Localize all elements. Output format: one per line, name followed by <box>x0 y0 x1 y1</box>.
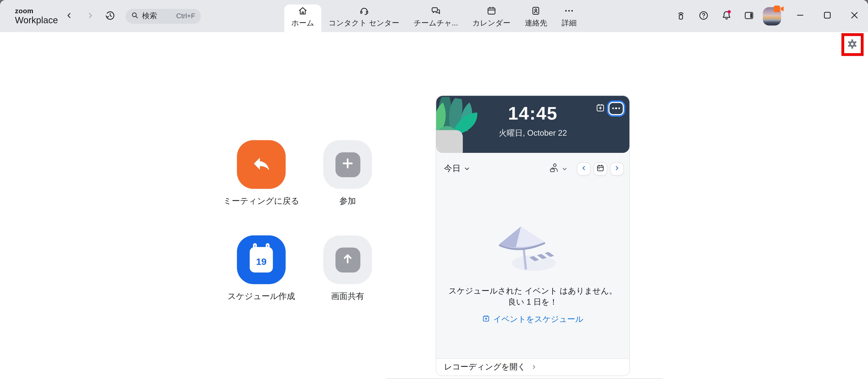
schedule-button[interactable]: 19 スケジュール作成 <box>237 235 285 302</box>
join-tile[interactable] <box>323 140 372 189</box>
tab-contact-center[interactable]: コンタクト センター <box>321 0 407 32</box>
main-tabs: ホーム コンタクト センター チームチャ... カレンダー 連絡先 詳細 <box>284 0 584 32</box>
calendar-plus-icon <box>482 314 490 324</box>
search-shortcut: Ctrl+F <box>176 12 195 20</box>
schedule-panel: 14:45 火曜日, October 22 今日 <box>436 95 630 376</box>
calendar-today-icon <box>596 164 604 174</box>
beach-umbrella-illustration <box>491 222 575 275</box>
return-to-meeting-label: ミーティングに戻る <box>223 196 299 207</box>
search-input[interactable]: 検索 Ctrl+F <box>125 8 200 24</box>
tab-team-chat[interactable]: チームチャ... <box>406 0 465 32</box>
join-label: 参加 <box>339 196 356 207</box>
history-button[interactable] <box>103 9 117 23</box>
open-recordings-label: レコーディングを開く <box>444 361 526 372</box>
headset-icon <box>359 5 369 16</box>
search-placeholder: 検索 <box>142 11 157 21</box>
connect-device-button[interactable] <box>673 8 688 24</box>
close-icon <box>850 11 858 21</box>
zoom-workplace-logo: zoom Workplace <box>15 8 58 24</box>
chevron-down-icon <box>464 164 470 173</box>
settings-button[interactable] <box>846 38 858 51</box>
close-button[interactable] <box>846 8 862 24</box>
share-inner-box <box>335 247 360 272</box>
previous-day-button[interactable] <box>577 162 591 175</box>
share-screen-label: 画面共有 <box>331 291 364 302</box>
date-range-dropdown[interactable]: 今日 <box>444 163 470 174</box>
bell-icon <box>720 9 732 23</box>
tab-more-label: 詳細 <box>562 18 577 28</box>
annotation-red-box <box>841 33 863 56</box>
view-mode-dropdown[interactable] <box>549 162 567 175</box>
clock-more-button[interactable] <box>608 101 624 115</box>
minimize-icon <box>796 11 803 21</box>
chat-bubbles-icon <box>431 5 441 16</box>
chevron-down-icon <box>562 164 567 174</box>
reply-arrow-icon <box>251 153 272 176</box>
gear-icon <box>846 38 858 51</box>
return-to-meeting-button[interactable]: ミーティングに戻る <box>237 140 285 207</box>
tab-home-label: ホーム <box>291 18 314 28</box>
next-day-button[interactable] <box>610 162 624 175</box>
clock-date: 火曜日, October 22 <box>436 128 629 138</box>
plus-icon <box>341 157 354 172</box>
titlebar-right <box>666 0 862 32</box>
join-button[interactable]: 参加 <box>323 140 372 207</box>
maximize-icon <box>824 11 831 21</box>
add-event-button[interactable] <box>596 103 605 114</box>
empty-state-line2: 良い 1 日を！ <box>508 296 557 307</box>
date-range-label: 今日 <box>444 163 461 174</box>
help-button[interactable] <box>696 8 711 24</box>
zoom-workplace-window: zoom Workplace 検索 Ctrl+F ホーム <box>0 0 868 379</box>
empty-state-line1: スケジュールされた イベント はありません。 <box>448 285 617 296</box>
titlebar-left: zoom Workplace 検索 Ctrl+F <box>0 0 201 32</box>
return-to-meeting-tile[interactable] <box>237 140 285 189</box>
home-content: ミーティングに戻る 参加 19 スケジュール作 <box>0 32 868 379</box>
side-panel-toggle-button[interactable] <box>741 8 757 24</box>
schedule-event-link-label: イベントをスケジュール <box>493 314 584 324</box>
clock-card: 14:45 火曜日, October 22 <box>436 95 629 152</box>
more-dot <box>618 108 620 109</box>
calendar-day-number: 19 <box>256 256 267 267</box>
notifications-button[interactable] <box>718 8 734 24</box>
tab-team-chat-label: チームチャ... <box>414 18 458 28</box>
history-icon <box>104 10 116 23</box>
calendar-ring-left <box>253 243 257 250</box>
tab-calendar[interactable]: カレンダー <box>465 0 518 32</box>
titlebar: zoom Workplace 検索 Ctrl+F ホーム <box>0 0 868 32</box>
maximize-button[interactable] <box>819 8 835 24</box>
tab-more[interactable]: 詳細 <box>554 0 584 32</box>
today-button[interactable] <box>593 162 608 175</box>
share-screen-button[interactable]: 画面共有 <box>323 235 372 302</box>
logo-workplace-text: Workplace <box>15 15 58 24</box>
schedule-label: スケジュール作成 <box>227 291 295 302</box>
avatar[interactable] <box>763 7 781 25</box>
empty-state: スケジュールされた イベント はありません。 良い 1 日を！ イベントをスケジ… <box>436 222 629 324</box>
tab-contact-center-label: コンタクト センター <box>329 18 399 28</box>
tab-home[interactable]: ホーム <box>284 4 321 32</box>
search-icon <box>131 11 138 21</box>
calendar-ring-right <box>266 243 270 250</box>
device-signal-icon <box>676 10 686 23</box>
share-screen-tile[interactable] <box>323 235 372 284</box>
panel-toolbar-right <box>549 162 624 175</box>
tab-contacts[interactable]: 連絡先 <box>518 0 554 32</box>
open-recordings-row[interactable]: レコーディングを開く <box>436 358 629 375</box>
calendar-19-icon: 19 <box>250 247 273 272</box>
chevron-right-icon <box>614 165 620 173</box>
notification-dot <box>727 10 731 13</box>
home-icon <box>298 5 308 16</box>
schedule-tile[interactable]: 19 <box>237 235 285 284</box>
calendar-plus-icon <box>596 103 605 114</box>
person-briefcase-icon <box>549 162 560 175</box>
chevron-left-icon <box>581 165 587 173</box>
forward-button[interactable] <box>84 9 97 23</box>
camera-on-badge-icon <box>773 5 784 12</box>
back-button[interactable] <box>62 9 75 23</box>
ellipsis-icon <box>564 5 575 16</box>
help-icon <box>698 10 709 23</box>
chevron-right-icon <box>86 11 94 21</box>
minimize-button[interactable] <box>792 8 808 24</box>
schedule-event-link[interactable]: イベントをスケジュール <box>482 314 584 324</box>
contact-card-icon <box>531 5 541 16</box>
calendar-icon <box>486 5 497 16</box>
